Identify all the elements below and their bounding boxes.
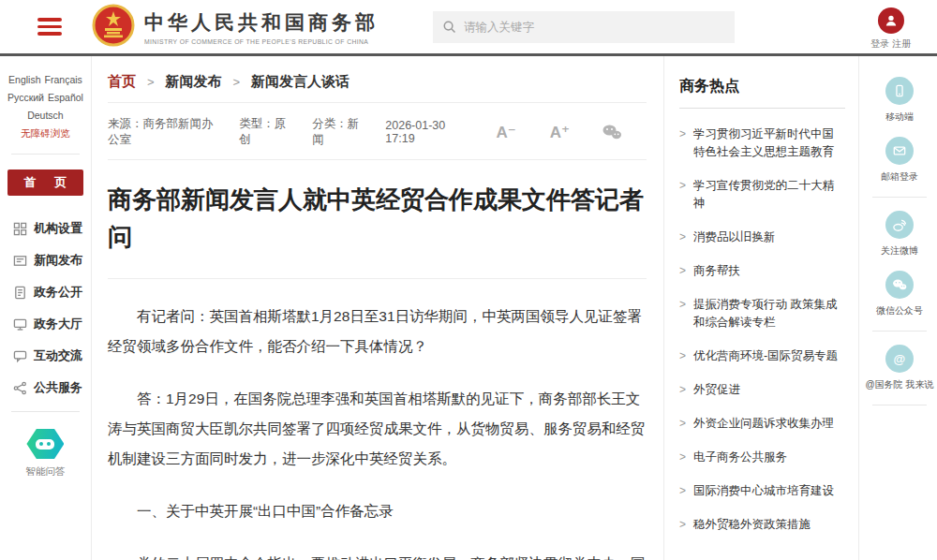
chevron-right-icon: > <box>679 262 686 280</box>
rail-item-mobile[interactable]: 移动端 <box>859 77 937 124</box>
article-meta: 来源：商务部新闻办公室 类型：原创 分类：新闻 2026-01-30 17:19… <box>108 103 647 160</box>
rail-item-weibo[interactable]: 关注微博 <box>859 211 937 258</box>
page: 中华人民共和国商务部 MINISTRY OF COMMERCE OF THE P… <box>0 0 937 560</box>
hot-topic-item[interactable]: >提振消费专项行动 政策集成和综合解读专栏 <box>679 296 845 332</box>
lang-russian[interactable]: Русский <box>7 92 44 103</box>
sidebar-nav: 机构设置 新闻发布 政务公开 <box>0 220 91 396</box>
chevron-right-icon: > <box>679 177 686 213</box>
sidebar-item-orgs[interactable]: 机构设置 <box>13 220 91 237</box>
sidebar-item-news[interactable]: 新闻发布 <box>13 252 91 269</box>
hot-topic-item[interactable]: >外贸促进 <box>679 381 845 399</box>
meta-category: 分类：新闻 <box>312 116 361 148</box>
article-paragraph: 党的二十届四中全会指出，要推动进出口平衡发展。商务部坚决贯彻党中央、国务院关于扩… <box>108 549 647 560</box>
sidebar-item-label: 互动交流 <box>34 347 82 364</box>
right-rail: 移动端 邮箱登录 关注微博 <box>858 56 937 560</box>
hamburger-menu-icon[interactable] <box>37 14 62 39</box>
lang-english[interactable]: English <box>8 74 40 85</box>
hot-topic-item[interactable]: >外资企业问题诉求收集办理 <box>679 415 845 433</box>
hot-topic-item[interactable]: >学习宣传贯彻党的二十大精神 <box>679 177 845 213</box>
hot-topic-item[interactable]: >国际消费中心城市培育建设 <box>679 482 845 500</box>
search-input[interactable] <box>464 21 725 34</box>
chevron-right-icon: > <box>147 75 155 89</box>
hot-topics-title: 商务热点 <box>679 77 845 109</box>
article-paragraph: 答：1月29日，在国务院总理李强和英国首相塔斯默的见证下，商务部部长王文涛与英国… <box>108 384 647 474</box>
rail-item-at-gov[interactable]: @ @国务院 我来说 <box>859 345 937 391</box>
divider <box>872 197 927 198</box>
robot-icon <box>26 429 64 459</box>
left-sidebar: EnglishFrançais РусскийEspañol Deutsch 无… <box>0 56 92 560</box>
monitor-icon <box>13 317 27 332</box>
article-title: 商务部新闻发言人就中英经贸合作成果文件答记者问 <box>108 181 647 279</box>
article-paragraph: 有记者问：英国首相斯塔默1月28日至31日访华期间，中英两国领导人见证签署经贸领… <box>108 302 647 361</box>
sidebar-item-label: 公共服务 <box>34 379 82 396</box>
hot-topic-item[interactable]: >商务帮扶 <box>679 262 845 280</box>
site-brand: 中华人民共和国商务部 MINISTRY OF COMMERCE OF THE P… <box>144 9 379 45</box>
language-switcher: EnglishFrançais РусскийEspañol Deutsch 无… <box>0 71 91 142</box>
sidebar-item-label: 政务公开 <box>34 284 82 301</box>
chevron-right-icon: > <box>679 228 686 246</box>
share-icon <box>13 381 27 395</box>
hot-topic-item[interactable]: >消费品以旧换新 <box>679 228 845 246</box>
chevron-right-icon: > <box>679 296 686 332</box>
hot-topics-list: >学习贯彻习近平新时代中国特色社会主义思想主题教育 >学习宣传贯彻党的二十大精神… <box>679 125 845 534</box>
site-header: 中华人民共和国商务部 MINISTRY OF COMMERCE OF THE P… <box>0 0 937 56</box>
meta-type: 类型：原创 <box>239 116 288 148</box>
at-icon: @ <box>885 345 914 373</box>
search-bar[interactable] <box>433 11 735 43</box>
smart-qa-label: 智能问答 <box>0 465 91 479</box>
search-icon <box>442 20 456 34</box>
accessibility-link[interactable]: 无障碍浏览 <box>21 127 70 139</box>
divider <box>872 405 927 405</box>
lang-deutsch[interactable]: Deutsch <box>27 110 64 121</box>
site-title: 中华人民共和国商务部 <box>144 9 379 36</box>
mobile-icon <box>885 77 914 105</box>
breadcrumb-home[interactable]: 首页 <box>108 73 136 91</box>
font-increase-button[interactable]: A⁺ <box>550 123 570 142</box>
sidebar-item-public-service[interactable]: 公共服务 <box>13 379 91 396</box>
breadcrumb: 首页 > 新闻发布 > 新闻发言人谈话 <box>108 73 647 103</box>
login-link[interactable]: 登录 <box>870 38 889 49</box>
hot-topic-item[interactable]: >稳外贸稳外资政策措施 <box>679 516 845 534</box>
user-avatar-icon[interactable] <box>878 7 904 34</box>
chevron-right-icon: > <box>679 347 686 365</box>
hot-topic-item[interactable]: >优化营商环境-国际贸易专题 <box>679 347 845 365</box>
lang-francais[interactable]: Français <box>45 74 82 85</box>
divider <box>11 411 80 412</box>
rail-item-wechat[interactable]: 微信公众号 <box>859 271 937 317</box>
hot-topic-item[interactable]: >学习贯彻习近平新时代中国特色社会主义思想主题教育 <box>679 125 845 161</box>
breadcrumb-spokesperson[interactable]: 新闻发言人谈话 <box>251 73 350 91</box>
mail-icon <box>885 137 914 165</box>
chevron-right-icon: > <box>233 75 241 89</box>
national-emblem-logo <box>92 4 135 51</box>
hot-topics-panel: 商务热点 >学习贯彻习近平新时代中国特色社会主义思想主题教育 >学习宣传贯彻党的… <box>663 56 858 560</box>
register-link[interactable]: 注册 <box>892 38 911 49</box>
sidebar-item-interaction[interactable]: 互动交流 <box>13 347 91 364</box>
sidebar-item-label: 政务大厅 <box>34 316 82 332</box>
chevron-right-icon: > <box>679 415 686 433</box>
chevron-right-icon: > <box>679 516 686 534</box>
sidebar-item-service-hall[interactable]: 政务大厅 <box>13 316 91 332</box>
rail-item-mail[interactable]: 邮箱登录 <box>859 137 937 184</box>
hot-topic-item[interactable]: >电子商务公共服务 <box>679 449 845 466</box>
breadcrumb-news[interactable]: 新闻发布 <box>166 73 222 91</box>
lang-espanol[interactable]: Español <box>48 92 83 103</box>
account-area: 登录 注册 <box>870 7 911 51</box>
article-paragraph: 一、关于中英开展“出口中国”合作备忘录 <box>108 496 647 526</box>
article-body: 有记者问：英国首相斯塔默1月28日至31日访华期间，中英两国领导人见证签署经贸领… <box>108 302 647 560</box>
wechat-icon <box>885 271 914 299</box>
divider <box>11 154 80 155</box>
font-decrease-button[interactable]: A⁻ <box>496 123 515 142</box>
sidebar-item-gov-info[interactable]: 政务公开 <box>13 284 91 301</box>
document-icon <box>13 286 27 300</box>
chevron-right-icon: > <box>679 125 686 161</box>
meta-source: 来源：商务部新闻办公室 <box>108 116 215 148</box>
site-subtitle: MINISTRY OF COMMERCE OF THE PEOPLE'S REP… <box>144 38 379 45</box>
grid-icon <box>13 222 27 236</box>
sidebar-item-label: 新闻发布 <box>34 252 82 269</box>
smart-qa[interactable]: 智能问答 <box>0 429 91 479</box>
divider <box>872 331 927 332</box>
sidebar-home-button[interactable]: 首 页 <box>7 169 84 196</box>
chevron-right-icon: > <box>679 381 686 399</box>
wechat-share-icon[interactable] <box>602 124 622 140</box>
chat-icon <box>13 349 27 363</box>
